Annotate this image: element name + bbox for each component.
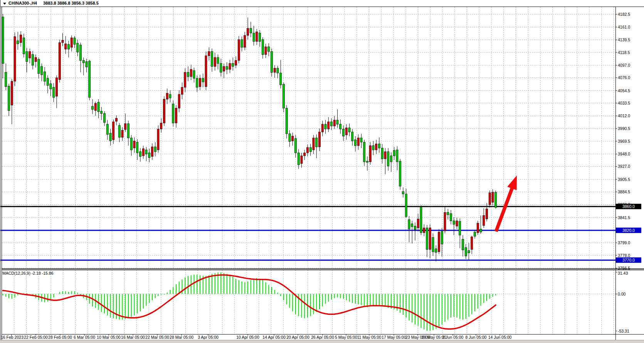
candle-body xyxy=(106,124,108,134)
candle-body xyxy=(411,224,413,227)
candle-body xyxy=(420,207,422,233)
candle-body xyxy=(426,228,428,250)
candle-body xyxy=(148,153,150,157)
price-axis-label: 3799.0 xyxy=(618,240,630,245)
candle-body xyxy=(283,84,285,108)
candle-body xyxy=(220,63,222,72)
candle-body xyxy=(316,138,318,147)
candle-body xyxy=(142,149,144,156)
candle-body xyxy=(5,73,7,87)
candle-body xyxy=(423,228,425,233)
candle-body xyxy=(65,44,67,49)
candle-body xyxy=(363,142,365,162)
macd-signal-line xyxy=(3,275,496,329)
candle-body xyxy=(214,57,216,66)
candle-body xyxy=(157,129,159,150)
candle-body xyxy=(74,38,76,44)
candle-body xyxy=(351,132,353,141)
candle-body xyxy=(140,152,141,156)
candle-body xyxy=(399,161,401,186)
candle-body xyxy=(229,63,231,69)
candle-body xyxy=(447,213,449,215)
candle-body xyxy=(492,192,494,202)
candle-body xyxy=(68,44,70,49)
candle-body xyxy=(118,125,120,137)
candle-body xyxy=(26,52,28,62)
candle-body xyxy=(444,213,446,231)
candle-body xyxy=(355,140,356,145)
candle-body xyxy=(274,68,276,73)
date-label: 20 Apr 05:00 xyxy=(286,335,309,340)
candle-body xyxy=(453,221,455,224)
candle-body xyxy=(101,111,103,113)
date-label: 22 Mar 05:00 xyxy=(145,335,169,340)
date-label: 22 Feb 05:00 xyxy=(24,335,48,340)
candle-body xyxy=(14,37,16,81)
candle-body xyxy=(238,40,240,61)
candle-body xyxy=(465,248,467,256)
candle-body xyxy=(145,150,147,154)
candle-body xyxy=(486,209,488,219)
price-axis-label: 4139.5 xyxy=(618,37,630,42)
candle-body xyxy=(289,134,291,142)
candle-body xyxy=(345,128,347,135)
date-label: 28 Mar 05:00 xyxy=(170,335,193,340)
candle-body xyxy=(456,221,458,226)
price-axis-label: 4182.5 xyxy=(618,12,630,17)
price-axis-label: 4012.0 xyxy=(618,113,630,118)
price-badge-label: 3820.0 xyxy=(622,228,635,233)
candle-body xyxy=(405,194,407,217)
candle-body xyxy=(340,124,341,129)
price-axis-label: 3948.0 xyxy=(618,152,630,156)
candle-body xyxy=(94,103,96,111)
candle-body xyxy=(480,229,482,232)
date-label: 16 Feb 2023 xyxy=(1,335,24,340)
candle-body xyxy=(307,147,309,153)
candle-body xyxy=(357,138,359,146)
date-label: 11 May 05:00 xyxy=(357,335,382,340)
price-axis-label: 3990.5 xyxy=(618,126,630,131)
candle-body xyxy=(124,123,126,129)
candle-body xyxy=(50,84,52,89)
date-label: 6 Mar 05:00 xyxy=(74,335,95,340)
trend-arrow-shaft[interactable] xyxy=(496,187,513,231)
candle-body xyxy=(47,78,49,86)
candle-body xyxy=(211,52,213,67)
date-label: 14 Jun 05:00 xyxy=(488,335,512,340)
candle-body xyxy=(369,146,371,162)
candle-body xyxy=(313,138,314,150)
candle-body xyxy=(113,122,114,140)
chart-title-ohlc: 3883.8 3886.8 3856.3 3858.5 xyxy=(43,1,99,5)
indicator-label: MACD(12,26,9) -2.18 -15.86 xyxy=(2,271,54,275)
candle-body xyxy=(321,124,323,132)
candle-body xyxy=(378,144,380,148)
candle-body xyxy=(116,118,118,122)
price-axis-label: 4033.5 xyxy=(618,101,630,105)
candle-body xyxy=(256,32,258,42)
candle-body xyxy=(459,221,461,235)
candle-body xyxy=(217,57,219,63)
date-label: 5 May 05:00 xyxy=(335,335,357,340)
candle-body xyxy=(199,78,201,87)
trend-arrow-head[interactable] xyxy=(507,176,517,190)
candle-body xyxy=(29,52,31,58)
price-axis-label: 4054.5 xyxy=(618,88,630,93)
price-badge-label: 3770.0 xyxy=(622,258,635,262)
candle-body xyxy=(432,237,434,252)
price-axis-label: 3927.0 xyxy=(618,164,630,169)
candle-body xyxy=(128,123,129,138)
candle-body xyxy=(309,147,311,152)
candle-body xyxy=(462,239,464,250)
macd-axis-label: 0.00 xyxy=(618,292,626,296)
candle-body xyxy=(62,40,64,42)
candle-body xyxy=(483,215,485,225)
date-label: 28 Feb 05:00 xyxy=(48,335,72,340)
price-axis-label: 3884.5 xyxy=(618,189,630,194)
candle-body xyxy=(80,45,82,61)
candle-body xyxy=(223,66,225,71)
date-label: 3 Apr 05:00 xyxy=(198,335,219,340)
candle-body xyxy=(477,223,479,233)
symbol-dropdown-icon[interactable] xyxy=(3,3,6,5)
candle-body xyxy=(450,214,452,221)
candle-body xyxy=(286,108,288,133)
